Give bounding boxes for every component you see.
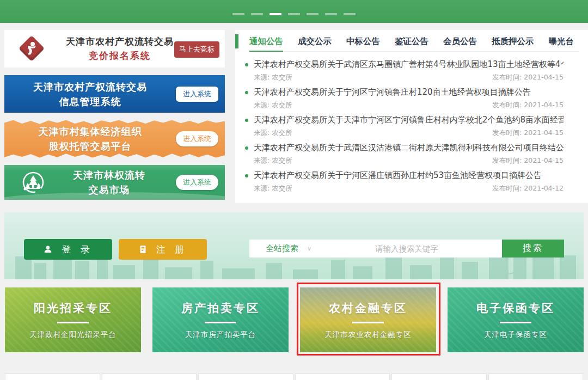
tab-winning-bid[interactable]: 中标公告 (346, 32, 380, 51)
tab-accent-bar (235, 34, 238, 48)
news-link[interactable]: 天津农村产权交易所关于宁河区潘庄镇西孙庄村约53亩鱼池经营权项目摘牌公告 (244, 170, 564, 181)
bottom-strip (5, 373, 583, 380)
news-link[interactable]: 天津农村产权交易所关于宁河区宁河镇鲁庄村120亩土地经营权项目摘牌公告 (244, 87, 564, 97)
news-link[interactable]: 天津农村产权交易所关于武清区东马圈镇广善村第4号林业队园地13亩土地经营权等4个… (244, 59, 564, 70)
carousel-dot-active[interactable] (270, 13, 281, 15)
zone-divider (205, 322, 236, 323)
banner-title-line2: 信息管理系统 (4, 94, 176, 109)
bullet-icon (245, 174, 248, 177)
brand-title-line1: 天津市农村产权流转交易 (54, 34, 185, 48)
zone-subtitle: 天津电子保函专区 (484, 330, 547, 340)
hatch-overlay (5, 287, 141, 352)
enter-system-button[interactable]: 进入系统 (176, 131, 218, 146)
brand-title-line2: 竞价报名系统 (54, 48, 185, 63)
news-title[interactable]: 天津农村产权交易所关于武清区东马圈镇广善村第4号林业队园地13亩土地经营权等4个… (254, 59, 564, 70)
news-source: 来源: 农交所 (254, 128, 292, 138)
enter-system-button[interactable]: 进入系统 (176, 87, 218, 102)
tab-deals[interactable]: 成交公示 (298, 32, 332, 51)
login-label: 登 录 (58, 243, 93, 256)
brand-title: 天津市农村产权流转交易 竞价报名系统 (54, 34, 185, 63)
news-link[interactable]: 天津农村产权交易所关于天津市宁河区宁河镇鲁庄村村内学校北2个鱼池约8亩水面经营.… (244, 115, 564, 125)
news-item: 天津农村产权交易所关于宁河区潘庄镇西孙庄村约53亩鱼池经营权项目摘牌公告 来源:… (244, 170, 564, 193)
footer-cell (488, 373, 584, 380)
news-source: 来源: 农交所 (254, 184, 292, 193)
carousel-dot[interactable] (307, 13, 318, 15)
tab-members[interactable]: 会员公告 (443, 32, 477, 51)
news-date: 发布时间: 2021-04-15 (492, 128, 564, 138)
hero-banner: 登 录 注 册 全站搜索 ∨ 搜索 (4, 212, 584, 279)
news-link[interactable]: 天津农村产权交易所关于武清区汉沽港镇二街村原天津凯得利科技有限公司项目终结公告 (244, 143, 564, 153)
banner-title: 天津市村集体经济组织 股权托管交易平台 (4, 119, 176, 158)
bullet-icon (245, 63, 248, 66)
zone-title: 阳光招采专区 (34, 301, 112, 316)
notice-panel: 通知公告 成交公示 中标公告 鉴证公告 会员公告 抵质押公示 曝光台 更多▶ 天… (235, 30, 588, 203)
login-button[interactable]: 登 录 (24, 239, 112, 260)
notice-tabs: 通知公告 成交公示 中标公告 鉴证公告 会员公告 抵质押公示 曝光台 更多▶ (249, 32, 579, 52)
brand-logo-icon (20, 36, 44, 60)
equity-trusteeship-banner[interactable]: 天津市村集体经济组织 股权托管交易平台 进入系统 (4, 119, 225, 158)
carousel-dot[interactable] (288, 13, 300, 15)
zone-subtitle: 天津市农业农村金融专区 (324, 330, 412, 340)
news-source: 来源: 农交所 (254, 101, 292, 110)
zone-electronic-guarantee[interactable]: 电子保函专区 天津电子保函专区 (448, 287, 584, 352)
tab-notice[interactable]: 通知公告 (249, 32, 283, 52)
search-button[interactable]: 搜索 (502, 240, 564, 258)
news-source: 来源: 农交所 (254, 156, 292, 166)
forest-rights-market-banner[interactable]: 天津市林权流转 交易市场 进入系统 (4, 165, 225, 200)
carousel-dot[interactable] (344, 13, 356, 15)
chevron-down-icon: ∨ (307, 245, 311, 252)
news-item: 天津农村产权交易所关于武清区汉沽港镇二街村原天津凯得利科技有限公司项目终结公告 … (244, 143, 564, 166)
register-label: 注 册 (153, 243, 187, 256)
banner-title: 天津市林权流转 交易市场 (42, 165, 176, 200)
search-bar: 全站搜索 ∨ 搜索 (249, 240, 564, 258)
tab-mortgage[interactable]: 抵质押公示 (492, 32, 534, 51)
zone-divider (500, 322, 531, 323)
zone-rural-finance[interactable]: 农村金融专区 天津市农业农村金融专区 (300, 287, 436, 352)
zone-subtitle: 天津政村企阳光招采平台 (29, 330, 117, 340)
banner-title-line1: 天津市农村产权流转交易 (4, 79, 176, 94)
zone-sunshine-procurement[interactable]: 阳光招采专区 天津政村企阳光招采平台 (5, 287, 141, 352)
footer-cell (102, 373, 197, 380)
carousel-dot[interactable] (232, 13, 244, 15)
banner-title-line1: 天津市村集体经济组织 (4, 124, 176, 139)
hatch-overlay (448, 287, 584, 352)
zone-title: 农村金融专区 (329, 301, 407, 316)
go-bid-button[interactable]: 马上去竞标 (174, 41, 219, 58)
tab-authentication[interactable]: 鉴证公告 (395, 32, 428, 51)
zone-divider (352, 322, 384, 323)
carousel-dot[interactable] (251, 13, 263, 15)
info-management-system-banner[interactable]: 天津市农村产权流转交易 信息管理系统 进入系统 (4, 75, 225, 113)
hatch-overlay (152, 287, 289, 352)
zone-title: 电子保函专区 (476, 301, 555, 316)
news-title[interactable]: 天津农村产权交易所关于宁河区宁河镇鲁庄村120亩土地经营权项目摘牌公告 (254, 87, 531, 97)
banner-title-line2: 股权托管交易平台 (4, 139, 176, 154)
news-item: 天津农村产权交易所关于宁河区宁河镇鲁庄村120亩土地经营权项目摘牌公告 来源: … (244, 87, 564, 110)
footer-cell (5, 373, 100, 380)
enter-system-button[interactable]: 进入系统 (176, 175, 218, 190)
search-input[interactable] (311, 244, 502, 253)
carousel-top-bar (0, 0, 588, 23)
banner-title: 天津市农村产权流转交易 信息管理系统 (4, 75, 176, 113)
bullet-icon (245, 119, 248, 122)
news-date: 发布时间: 2021-04-12 (492, 184, 564, 193)
carousel-dot[interactable] (325, 13, 337, 15)
zone-real-estate-auction[interactable]: 房产拍卖专区 天津市房产拍卖平台 (152, 287, 289, 352)
tab-exposure[interactable]: 曝光台 (549, 32, 574, 51)
news-title[interactable]: 天津农村产权交易所关于宁河区潘庄镇西孙庄村约53亩鱼池经营权项目摘牌公告 (254, 170, 542, 181)
user-icon (43, 244, 53, 254)
news-date: 发布时间: 2021-04-15 (492, 156, 564, 166)
bidding-system-card[interactable]: 天津市农村产权流转交易 竞价报名系统 马上去竞标 (4, 30, 225, 68)
hatch-overlay (300, 287, 436, 352)
search-scope-select[interactable]: 全站搜索 ∨ (266, 243, 311, 254)
footer-cell (198, 373, 293, 380)
footer-cell (391, 373, 487, 380)
register-button[interactable]: 注 册 (119, 239, 207, 260)
news-title[interactable]: 天津农村产权交易所关于天津市宁河区宁河镇鲁庄村村内学校北2个鱼池约8亩水面经营.… (254, 115, 564, 125)
news-item: 天津农村产权交易所关于天津市宁河区宁河镇鲁庄村村内学校北2个鱼池约8亩水面经营.… (244, 115, 564, 138)
news-list: 天津农村产权交易所关于武清区东马圈镇广善村第4号林业队园地13亩土地经营权等4个… (235, 52, 588, 193)
bullet-icon (245, 91, 248, 94)
banner-title-line2: 交易市场 (42, 182, 176, 197)
news-item: 天津农村产权交易所关于武清区东马圈镇广善村第4号林业队园地13亩土地经营权等4个… (244, 59, 564, 82)
news-date: 发布时间: 2021-04-15 (492, 73, 564, 82)
news-title[interactable]: 天津农村产权交易所关于武清区汉沽港镇二街村原天津凯得利科技有限公司项目终结公告 (254, 143, 564, 153)
